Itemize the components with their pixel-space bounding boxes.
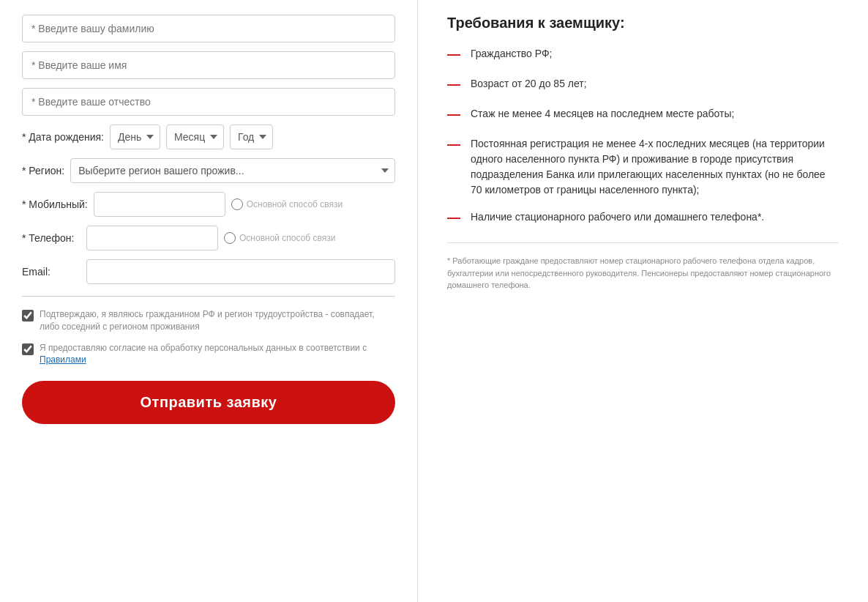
dash-icon: — bbox=[447, 135, 460, 198]
dob-day-select[interactable]: День bbox=[110, 125, 160, 149]
dob-month-select[interactable]: Месяц bbox=[166, 125, 224, 149]
dob-year-select[interactable]: Год bbox=[230, 125, 273, 149]
form-panel: * Дата рождения: День Месяц Год * Регион… bbox=[0, 0, 417, 602]
phone-row: * Телефон: Основной способ связи bbox=[22, 226, 395, 250]
submit-button[interactable]: Отправить заявку bbox=[22, 381, 395, 424]
email-input[interactable] bbox=[86, 259, 395, 284]
name-group bbox=[22, 51, 395, 79]
phone-radio[interactable] bbox=[224, 232, 236, 244]
patronymic-group bbox=[22, 88, 395, 116]
list-item: — Наличие стационарного рабочего или дом… bbox=[447, 209, 839, 228]
mobile-radio[interactable] bbox=[231, 198, 243, 210]
list-item: — Постоянная регистрация не менее 4-х по… bbox=[447, 136, 839, 198]
dob-row: * Дата рождения: День Месяц Год bbox=[22, 125, 395, 149]
req-text-3: Стаж не менее 4 месяцев на последнем мес… bbox=[471, 106, 734, 125]
checkbox2-input[interactable] bbox=[22, 343, 34, 355]
list-item: — Возраст от 20 до 85 лет; bbox=[447, 76, 839, 94]
requirements-title: Требования к заемщику: bbox=[447, 15, 839, 31]
dash-icon: — bbox=[447, 105, 460, 125]
phone-label: * Телефон: bbox=[22, 232, 81, 244]
requirements-list: — Гражданство РФ; — Возраст от 20 до 85 … bbox=[447, 46, 839, 228]
mobile-input[interactable] bbox=[94, 192, 225, 217]
mobile-radio-text: Основной способ связи bbox=[247, 199, 343, 209]
dob-label: * Дата рождения: bbox=[22, 131, 104, 143]
phone-radio-label[interactable]: Основной способ связи bbox=[224, 232, 335, 244]
requirements-divider bbox=[447, 242, 839, 243]
requirements-panel: Требования к заемщику: — Гражданство РФ;… bbox=[417, 0, 868, 602]
requirements-footnote: * Работающие граждане предоставляют номе… bbox=[447, 255, 839, 291]
req-text-5: Наличие стационарного рабочего или домаш… bbox=[471, 209, 764, 228]
checkbox2-group: Я предоставляю согласие на обработку пер… bbox=[22, 342, 395, 367]
surname-input[interactable] bbox=[22, 15, 395, 42]
checkbox2-label[interactable]: Я предоставляю согласие на обработку пер… bbox=[22, 342, 395, 367]
mobile-radio-label[interactable]: Основной способ связи bbox=[231, 198, 343, 210]
privacy-link[interactable]: Правилами bbox=[40, 354, 86, 365]
dash-icon: — bbox=[447, 208, 460, 228]
list-item: — Гражданство РФ; bbox=[447, 46, 839, 64]
email-label: Email: bbox=[22, 266, 81, 278]
form-divider bbox=[22, 296, 395, 297]
req-text-2: Возраст от 20 до 85 лет; bbox=[471, 76, 587, 94]
region-label: * Регион: bbox=[22, 165, 64, 176]
checkbox2-text: Я предоставляю согласие на обработку пер… bbox=[40, 342, 395, 367]
dash-icon: — bbox=[447, 75, 460, 94]
region-row: * Регион: Выберите регион вашего прожив.… bbox=[22, 158, 395, 183]
mobile-label: * Мобильный: bbox=[22, 198, 88, 210]
req-text-1: Гражданство РФ; bbox=[471, 46, 553, 64]
patronymic-input[interactable] bbox=[22, 88, 395, 116]
req-text-4: Постоянная регистрация не менее 4-х посл… bbox=[471, 136, 839, 198]
mobile-row: * Мобильный: Основной способ связи bbox=[22, 192, 395, 217]
name-input[interactable] bbox=[22, 51, 395, 79]
checkbox1-text: Подтверждаю, я являюсь гражданином РФ и … bbox=[40, 308, 395, 333]
region-select[interactable]: Выберите регион вашего прожив... bbox=[70, 158, 395, 183]
phone-radio-text: Основной способ связи bbox=[239, 233, 335, 243]
list-item: — Стаж не менее 4 месяцев на последнем м… bbox=[447, 106, 839, 125]
dash-icon: — bbox=[447, 45, 460, 64]
checkbox1-label[interactable]: Подтверждаю, я являюсь гражданином РФ и … bbox=[22, 308, 395, 333]
checkbox1-input[interactable] bbox=[22, 310, 34, 322]
checkbox1-group: Подтверждаю, я являюсь гражданином РФ и … bbox=[22, 308, 395, 333]
surname-group bbox=[22, 15, 395, 42]
email-row: Email: bbox=[22, 259, 395, 284]
phone-input[interactable] bbox=[86, 226, 218, 250]
